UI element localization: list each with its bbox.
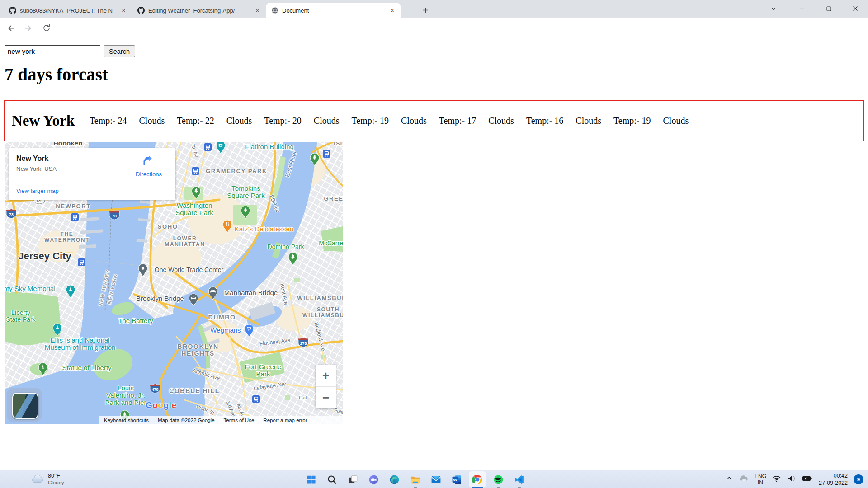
svg-text:278: 278 [300, 341, 307, 346]
zoom-out-button[interactable]: − [316, 387, 336, 408]
map-label: LOWER MANHATTAN [165, 236, 205, 248]
tab-close-button[interactable]: ✕ [254, 7, 261, 14]
plus-icon [423, 7, 429, 13]
taskbar-icon-spotify[interactable] [488, 470, 509, 488]
tab-close-button[interactable]: ✕ [120, 7, 127, 14]
maximize-button[interactable] [818, 0, 839, 17]
restaurant-pin[interactable] [222, 220, 232, 235]
forecast-temp: Temp:- 17 [439, 116, 476, 126]
satellite-view-toggle[interactable] [7, 388, 42, 422]
forecast-condition: Clouds [663, 116, 689, 126]
map-label: Brooklyn Bridge [136, 295, 184, 302]
map-label: McCarren [319, 240, 343, 247]
attraction-camera-pin[interactable] [216, 142, 226, 156]
close-window-button[interactable] [845, 0, 866, 17]
keyboard-shortcuts-link[interactable]: Keyboard shortcuts [104, 418, 149, 423]
map-label: Katz's Delicatessen [235, 225, 293, 233]
tab-strip-tabs: subo8083/NYKA_PROJECT: The N✕Editing Wea… [4, 0, 401, 18]
google-logo[interactable]: Google [146, 400, 176, 410]
browser-tab[interactable]: subo8083/NYKA_PROJECT: The N✕ [4, 3, 132, 18]
onedrive-cloud-icon [739, 474, 749, 483]
museum-pin[interactable] [52, 323, 62, 338]
onedrive-tray-icon[interactable] [739, 474, 749, 485]
landmark-pin[interactable] [138, 263, 148, 279]
map-label: Flushing Ave [259, 337, 291, 347]
map-label: The Battery [118, 317, 153, 324]
tab-close-button[interactable]: ✕ [388, 7, 396, 14]
park-tree-pin[interactable] [191, 186, 201, 202]
subway-station-icon [252, 395, 260, 405]
taskbar-weather-widget[interactable]: 80°F Cloudy [31, 472, 64, 487]
minimize-button[interactable] [792, 0, 812, 17]
browser-tab[interactable]: Editing Weather_Forcatsing-App/✕ [132, 3, 266, 18]
reload-icon [42, 23, 51, 33]
taskbar-icon-word[interactable]: W [446, 470, 467, 488]
new-tab-button[interactable] [420, 4, 431, 16]
terms-of-use-link[interactable]: Terms of Use [224, 418, 255, 423]
subway-station-icon [71, 213, 79, 223]
report-map-error-link[interactable]: Report a map error [263, 418, 307, 423]
map-label: Ellis Island National Museum of Immigrat… [45, 337, 116, 351]
back-arrow-icon [6, 23, 15, 33]
store-cart-pin[interactable] [244, 324, 254, 339]
forecast-temp: Temp:- 20 [264, 116, 301, 126]
map-label: Statue of Liberty [62, 364, 111, 371]
globe-favicon-icon [271, 7, 278, 14]
route-shield-78: 78 [6, 209, 17, 221]
bridge-pin[interactable] [189, 293, 198, 309]
city-search-input[interactable] [5, 45, 100, 57]
language-indicator[interactable]: ENG IN [755, 473, 766, 486]
taskbar-icon-edge[interactable] [384, 470, 405, 488]
map-label: Bedford Ave [313, 322, 326, 352]
volume-tray-button[interactable] [787, 474, 796, 485]
taskbar-icon-mail[interactable] [425, 470, 446, 488]
map-label: COBBLE HILL [169, 388, 220, 394]
tray-chevron-up-button[interactable] [726, 475, 733, 484]
forecast-box: New York Temp:- 24CloudsTemp:- 22CloudsT… [4, 100, 864, 141]
taskbar-icon-vscode[interactable] [509, 470, 529, 488]
tab-search-chevron-button[interactable] [763, 0, 784, 17]
park-tree-pin[interactable] [241, 206, 250, 221]
forward-button[interactable] [21, 20, 36, 36]
memorial-pin[interactable] [66, 285, 75, 300]
forecast-city: New York [12, 113, 75, 129]
park-tree-pin[interactable] [288, 252, 298, 267]
forecast-condition: Clouds [139, 116, 165, 126]
view-larger-map-link[interactable]: View larger map [16, 188, 59, 194]
map-label: BROOKLYN HEIGHTS [177, 343, 219, 357]
map-label: Tompkins Square Park [227, 185, 264, 199]
taskbar-icon-start[interactable] [301, 470, 321, 488]
directions-button[interactable]: Directions [132, 154, 165, 178]
web-page: Search 7 days forcast New York Temp:- 24… [0, 38, 868, 470]
map-label: GREE [324, 196, 343, 202]
bridge-pin[interactable] [208, 286, 218, 302]
taskbar-icon-search[interactable] [321, 470, 342, 488]
taskbar-icon-chrome[interactable] [467, 470, 488, 488]
google-map-embed[interactable]: Hoboken7th AvFlatiron BuildingGRAMERCY P… [5, 142, 343, 424]
battery-tray-button[interactable] [802, 475, 813, 484]
map-label: Fulto [334, 408, 343, 416]
map-label: WILLIAMSBURG [297, 295, 343, 301]
subway-station-icon [78, 258, 85, 268]
park-tree-pin[interactable] [310, 153, 320, 168]
taskbar-icon-task-view[interactable] [342, 470, 363, 488]
maximize-icon [826, 6, 831, 11]
notification-badge[interactable]: 9 [854, 474, 863, 484]
back-button[interactable] [3, 20, 18, 36]
forecast-condition: Clouds [488, 116, 514, 126]
map-label: One World Trade Center [155, 267, 223, 273]
search-button[interactable]: Search [104, 45, 135, 57]
map-label: Gat [299, 395, 307, 401]
subway-station-icon [204, 143, 212, 153]
svg-text:78: 78 [9, 212, 14, 217]
map-label: ISL [334, 142, 343, 146]
map-label: THE WATERFRONT [44, 231, 90, 243]
zoom-in-button[interactable]: + [316, 365, 336, 387]
taskbar-clock[interactable]: 00:42 27-09-2022 [819, 472, 848, 487]
wifi-tray-button[interactable] [772, 474, 781, 485]
browser-tab[interactable]: Document✕ [266, 3, 401, 18]
taskbar-icon-file-explorer[interactable] [405, 470, 425, 488]
reload-button[interactable] [39, 20, 54, 36]
taskbar-icon-chat[interactable] [363, 470, 384, 488]
statue-of-liberty-pin[interactable] [38, 362, 48, 378]
